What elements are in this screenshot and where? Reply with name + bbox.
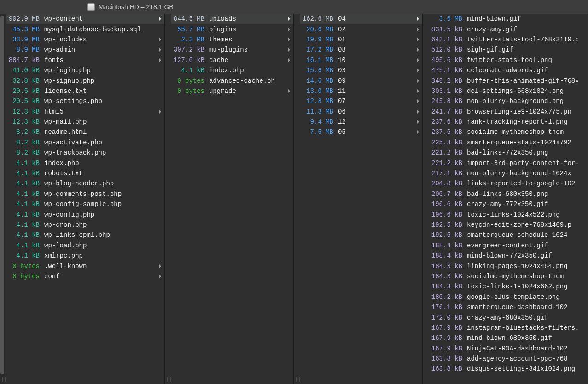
scrollbar[interactable] [0, 14, 5, 384]
file-size: 307.2 kB [171, 46, 209, 53]
file-row[interactable]: 237.6 kBrank-tracking-report-1.png [429, 117, 588, 127]
file-row[interactable]: 4.1 kBwp-comments-post.php [6, 189, 164, 199]
file-row[interactable]: 167.9 kBNinjaCat-ROA-dashboard-102 [429, 344, 588, 354]
file-row[interactable]: 19.9 MB01 [300, 34, 422, 45]
file-row[interactable]: 12.3 kBhtml5 [6, 107, 164, 117]
file-row[interactable]: 221.2 kBimport-3rd-party-content-for- [429, 158, 588, 168]
file-row[interactable]: 4.1 kBwp-cron.php [6, 220, 164, 230]
file-size: 55.7 MB [171, 26, 209, 33]
file-row[interactable]: 3.6 MBmind-blown.gif [429, 14, 588, 24]
file-name: 03 [338, 67, 413, 74]
file-row[interactable]: 237.6 kBsocialme-mythemeshop-them [429, 127, 588, 137]
file-row[interactable]: 221.2 kBbad-links-772x350.png [429, 148, 588, 158]
file-row[interactable]: 241.7 kBbrowserling-ie9-1024x775.pn [429, 107, 588, 117]
file-row[interactable]: 13.0 MB11 [300, 86, 422, 96]
resize-handle-icon[interactable]: || [1, 377, 7, 382]
file-name: smarterqueue-schedule-1024 [467, 231, 578, 239]
file-name: .well-known [44, 263, 155, 270]
file-row[interactable]: 307.2 kBmu-plugins [171, 45, 293, 55]
file-row[interactable]: 4.1 kBwp-load.php [6, 241, 164, 251]
file-row[interactable]: 348.2 kBbuffer-this-animated-gif-768x [429, 75, 588, 86]
file-size: 172.0 kB [429, 314, 467, 321]
file-name: non-blurry-background-1024x [467, 170, 578, 177]
file-row[interactable]: 12.3 kBwp-mail.php [6, 117, 164, 127]
file-row[interactable]: 32.8 kBwp-signup.php [6, 75, 164, 86]
file-row[interactable]: 8.2 kBwp-activate.php [6, 138, 164, 148]
file-row[interactable]: 8.2 kBwp-trackback.php [6, 148, 164, 158]
file-row[interactable]: 4.1 kBrobots.txt [6, 168, 164, 178]
file-row[interactable]: 4.1 kBxmlrpc.php [6, 251, 164, 261]
file-row[interactable]: 0 bytesupgrade [171, 86, 293, 96]
file-row[interactable]: 184.3 kBlinking-pages-1024x464.png [429, 261, 588, 271]
file-row[interactable]: 188.4 kBevergreen-content.gif [429, 241, 588, 251]
file-row[interactable]: 245.8 kBnon-blurry-background.png [429, 96, 588, 106]
file-row[interactable]: 0 bytes.well-known [6, 261, 164, 271]
file-row[interactable]: 902.9 MBwp-content [6, 14, 164, 24]
file-row[interactable]: 495.6 kBtwitter-stats-tool.png [429, 55, 588, 65]
file-name: wp-signup.php [44, 77, 155, 85]
file-row[interactable]: 217.1 kBnon-blurry-background-1024x [429, 168, 588, 178]
file-row[interactable]: 176.1 kBsmarterqueue-dashboard-102 [429, 302, 588, 312]
file-row[interactable]: 20.6 MB02 [300, 24, 422, 34]
file-row[interactable]: 4.1 kBwp-config-sample.php [6, 199, 164, 209]
file-row[interactable]: 0 bytesconf [6, 271, 164, 281]
file-row[interactable]: 45.3 MBmysql-database-backup.sql [6, 24, 164, 34]
file-row[interactable]: 163.8 kBadd-agency-account-ppc-768 [429, 354, 588, 364]
file-row[interactable]: 512.0 kBsigh-gif.gif [429, 45, 588, 55]
file-row[interactable]: 303.1 kBdcl-settings-568x1024.png [429, 86, 588, 96]
file-row[interactable]: 4.1 kBwp-config.php [6, 209, 164, 219]
file-row[interactable]: 41.0 kBwp-login.php [6, 65, 164, 75]
file-row[interactable]: 0 bytesadvanced-cache.ph [171, 75, 293, 86]
file-row[interactable]: 180.2 kBgoogle-plus-template.png [429, 292, 588, 302]
file-size: 20.5 kB [6, 97, 44, 105]
scrollbar-thumb[interactable] [0, 16, 4, 374]
file-name: disqus-settings-341x1024.png [467, 365, 578, 373]
file-row[interactable]: 167.9 kBmind-blown-680x350.gif [429, 333, 588, 343]
file-row[interactable]: 204.8 kBlinks-reported-to-google-102 [429, 178, 588, 189]
resize-handle-icon[interactable]: || [166, 377, 172, 382]
file-row[interactable]: 184.3 kBtoxic-links-1-1024x662.png [429, 281, 588, 292]
file-row[interactable]: 8.9 MBwp-admin [6, 45, 164, 55]
file-row[interactable]: 831.5 kBcrazy-amy.gif [429, 24, 588, 34]
file-row[interactable]: 20.5 kBlicense.txt [6, 86, 164, 96]
file-row[interactable]: 192.5 kBsmarterqueue-schedule-1024 [429, 230, 588, 240]
file-row[interactable]: 20.5 kBwp-settings.php [6, 96, 164, 106]
chevron-right-icon [413, 99, 419, 103]
file-row[interactable]: 127.0 kBcache [171, 55, 293, 65]
file-row[interactable]: 17.2 MB08 [300, 45, 422, 55]
file-row[interactable]: 8.2 kBreadme.html [6, 127, 164, 137]
resize-handle-icon[interactable]: || [295, 377, 301, 382]
file-row[interactable]: 16.1 MB10 [300, 55, 422, 65]
chevron-right-icon [413, 130, 419, 134]
file-row[interactable]: 11.3 MB06 [300, 107, 422, 117]
file-row[interactable]: 475.1 kBcelebrate-adwords.gif [429, 65, 588, 75]
file-row[interactable]: 163.8 kBdisqus-settings-341x1024.png [429, 364, 588, 374]
file-row[interactable]: 4.1 kBindex.php [6, 158, 164, 168]
file-row[interactable]: 884.7 kBfonts [6, 55, 164, 65]
file-row[interactable]: 14.6 MB09 [300, 75, 422, 86]
file-row[interactable]: 188.4 kBmind-blown-772x350.gif [429, 251, 588, 261]
file-row[interactable]: 4.1 kBindex.php [171, 65, 293, 75]
file-row[interactable]: 15.6 MB03 [300, 65, 422, 75]
file-row[interactable]: 844.5 MBuploads [171, 14, 293, 24]
file-row[interactable]: 12.8 MB07 [300, 96, 422, 106]
file-row[interactable]: 643.1 kBtwitter-stats-tool-768x3119.p [429, 34, 588, 45]
file-row[interactable]: 162.6 MB04 [300, 14, 422, 24]
file-row[interactable]: 7.5 MB05 [300, 127, 422, 137]
file-row[interactable]: 9.4 MB12 [300, 117, 422, 127]
file-row[interactable]: 33.9 MBwp-includes [6, 34, 164, 45]
file-row[interactable]: 196.6 kBtoxic-links-1024x522.png [429, 209, 588, 219]
file-row[interactable]: 225.3 kBsmarterqueue-stats-1024x792 [429, 138, 588, 148]
file-row[interactable]: 184.3 kBsocialme-mythemeshop-them [429, 271, 588, 281]
window-titlebar[interactable]: Macintosh HD – 218.1 GB [0, 0, 588, 14]
file-row[interactable]: 172.0 kBcrazy-amy-680x350.gif [429, 312, 588, 322]
file-row[interactable]: 200.7 kBbad-links-680x350.png [429, 189, 588, 199]
file-row[interactable]: 167.9 kBinstagram-bluestacks-filters.p [429, 323, 588, 333]
file-row[interactable]: 4.1 kBwp-blog-header.php [6, 178, 164, 189]
file-row[interactable]: 55.7 MBplugins [171, 24, 293, 34]
file-row[interactable]: 4.1 kBwp-links-opml.php [6, 230, 164, 240]
file-row[interactable]: 196.6 kBcrazy-amy-772x350.gif [429, 199, 588, 209]
file-row[interactable]: 2.3 MBthemes [171, 34, 293, 45]
file-size: 902.9 MB [6, 15, 44, 23]
file-row[interactable]: 192.5 kBkeycdn-edit-zone-768x1409.p [429, 220, 588, 230]
